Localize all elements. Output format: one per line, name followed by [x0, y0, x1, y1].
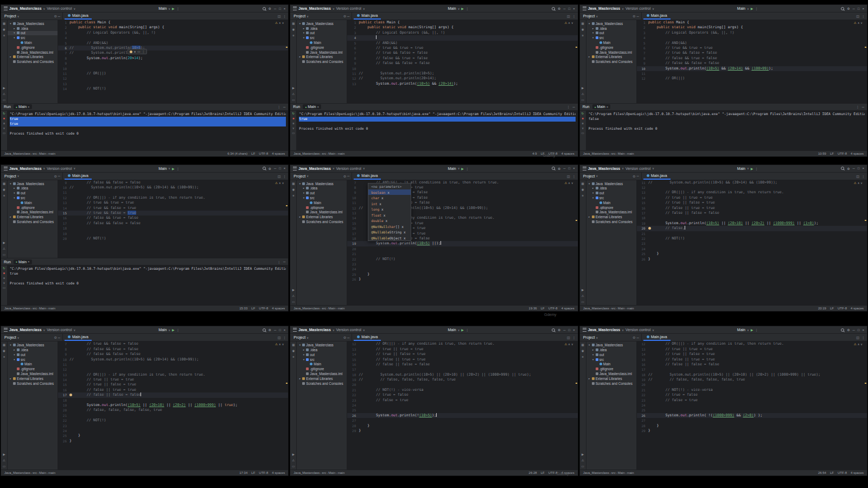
close-button[interactable]: × — [862, 328, 864, 332]
project-tool-icon[interactable]: ▦ — [3, 182, 5, 185]
line-ending-indicator[interactable]: LF — [251, 307, 255, 310]
line-number[interactable]: 7 — [58, 50, 69, 55]
terminal-tool-icon[interactable]: ▭ — [3, 98, 5, 102]
line-number[interactable]: 13 — [347, 81, 359, 86]
settings-icon[interactable]: ⚙ — [847, 167, 850, 170]
twisty-icon[interactable]: ▸ — [298, 377, 301, 380]
code-line[interactable]: 26} — [58, 439, 288, 443]
structure-tool-icon[interactable]: ≡ — [3, 34, 5, 37]
editor[interactable]: 12 // OR(||) - if any condition is true,… — [347, 341, 577, 470]
line-number[interactable]: 3 — [347, 30, 359, 35]
completion-item[interactable]: @Nullable Object x — [368, 235, 411, 241]
tree-item[interactable]: ▸.idea — [586, 26, 636, 31]
project-panel-header[interactable]: Project ∨ ⊙ ─ — [580, 173, 642, 180]
code-line[interactable]: 13 System.out.println((10>5) && (20>14))… — [347, 81, 577, 86]
line-number[interactable]: 12 — [637, 185, 648, 190]
project-tool-icon[interactable]: ▦ — [292, 343, 295, 346]
code-line[interactable]: 20 — [637, 382, 867, 387]
twisty-icon[interactable]: ▾ — [9, 344, 12, 346]
editor-tab-main-java[interactable]: Main.java — [354, 173, 381, 180]
tree-item[interactable]: .gitignore — [586, 45, 636, 50]
close-button[interactable]: × — [284, 167, 286, 170]
line-number[interactable]: 21 — [637, 388, 648, 392]
breadcrumb-item[interactable]: Main — [39, 307, 46, 310]
code-line[interactable]: 13 // true || true = true — [347, 347, 577, 352]
tree-item[interactable]: ▸.idea — [586, 186, 636, 191]
code-line[interactable]: 11 // OR(||) — [58, 71, 288, 76]
code-line[interactable]: 8 // false && true = false — [347, 56, 577, 61]
settings-icon[interactable]: ⚙ — [269, 7, 271, 10]
problems-tool-icon[interactable]: ⚠ — [582, 459, 584, 462]
close-tab-icon[interactable]: × — [28, 105, 30, 109]
tree-item[interactable]: Main — [586, 40, 636, 45]
scroll-to-end-icon[interactable]: ∨ — [582, 126, 584, 130]
code-line[interactable]: 6 // true && true = true — [347, 46, 577, 50]
rerun-icon[interactable]: ↻ — [3, 267, 5, 270]
line-number[interactable]: 12 — [637, 341, 648, 346]
completion-item[interactable]: long x — [368, 206, 411, 212]
main-menu-icon[interactable] — [583, 328, 586, 332]
code-line[interactable]: 10// System.out.println((10>5) && (20>14… — [58, 357, 288, 362]
code-line[interactable]: 19 System.out.println((10>5) ||); — [347, 241, 577, 246]
code-line[interactable]: 17 // false && false = false — [58, 221, 288, 226]
breadcrumb-item[interactable]: src — [611, 152, 616, 155]
tree-item[interactable]: ▾src — [8, 357, 58, 362]
select-opened-file-icon[interactable]: ⊙ — [54, 335, 57, 339]
problems-tool-icon[interactable]: ⚠ — [3, 247, 5, 250]
code-line[interactable]: 18 — [58, 398, 288, 403]
line-number[interactable]: 10 — [347, 66, 359, 71]
twisty-icon[interactable]: ▾ — [298, 22, 301, 25]
breadcrumb-item[interactable]: main — [627, 152, 634, 155]
code-line[interactable]: 9 // false && false = false — [347, 61, 577, 66]
line-number[interactable]: 15 — [58, 382, 69, 387]
minimize-button[interactable]: ─ — [853, 328, 855, 332]
indent-indicator[interactable]: 4 spaces — [851, 307, 864, 310]
line-number[interactable]: 22 — [347, 392, 359, 397]
line-number[interactable]: 27 — [347, 418, 359, 423]
line-number[interactable]: 1 — [347, 20, 359, 25]
code-line[interactable]: 4 — [58, 35, 288, 40]
indent-indicator[interactable]: 4 spaces — [272, 307, 285, 310]
line-number[interactable]: 16 — [637, 206, 648, 211]
tree-item[interactable]: ▾src — [8, 35, 58, 40]
line-number[interactable]: 5 — [347, 41, 359, 46]
line-number[interactable]: 18 — [347, 372, 359, 377]
breadcrumb-item[interactable]: src — [33, 307, 37, 310]
vcs-widget[interactable]: Version control — [47, 167, 72, 170]
maximize-button[interactable]: □ — [279, 328, 281, 332]
line-number[interactable]: 23 — [347, 262, 359, 267]
minimize-button[interactable]: ─ — [274, 167, 276, 170]
scroll-to-end-icon[interactable]: ∨ — [292, 126, 295, 130]
maximize-button[interactable]: □ — [279, 167, 281, 170]
twisty-icon[interactable]: ▾ — [302, 197, 305, 199]
run-config-selector[interactable]: Main — [737, 328, 745, 332]
editor[interactable]: 12 // OR(||) - if any condition is true,… — [637, 341, 867, 470]
tree-item[interactable]: ▾src — [297, 195, 347, 200]
prev-problem-icon[interactable]: ∧ — [568, 343, 570, 346]
code-line[interactable]: 23 — [637, 241, 867, 246]
main-menu-icon[interactable] — [4, 7, 8, 10]
code-line[interactable]: 1public class Main { — [58, 20, 288, 25]
line-number[interactable]: 21 — [347, 388, 359, 392]
run-button[interactable]: ▶ — [751, 328, 754, 332]
line-number[interactable]: 10 — [58, 66, 69, 71]
soft-wrap-icon[interactable]: ≡ — [582, 122, 584, 125]
run-config-selector[interactable]: Main — [737, 7, 745, 10]
code-line[interactable]: 24 — [347, 403, 577, 408]
twisty-icon[interactable]: ▾ — [588, 22, 591, 25]
tree-item[interactable]: ▸.idea — [297, 347, 347, 352]
line-number[interactable]: 7 — [347, 180, 359, 185]
settings-icon[interactable]: ⚙ — [847, 328, 850, 332]
line-number[interactable]: 6 — [347, 46, 359, 50]
code-line[interactable]: 8 // false && true = false — [637, 56, 867, 61]
tree-item[interactable]: Main — [586, 362, 636, 367]
tree-item[interactable]: ▾out — [297, 31, 347, 36]
prev-problem-icon[interactable]: ∧ — [858, 343, 860, 346]
twisty-icon[interactable]: ▾ — [298, 182, 301, 185]
main-menu-icon[interactable] — [4, 167, 8, 170]
twisty-icon[interactable]: ▾ — [302, 353, 305, 356]
code-line[interactable]: 9 // false && false = false — [58, 352, 288, 357]
prev-problem-icon[interactable]: ∧ — [279, 181, 281, 185]
editor[interactable]: 9 // false && false = false10// System.o… — [58, 180, 288, 258]
line-number[interactable]: 15 — [637, 357, 648, 362]
